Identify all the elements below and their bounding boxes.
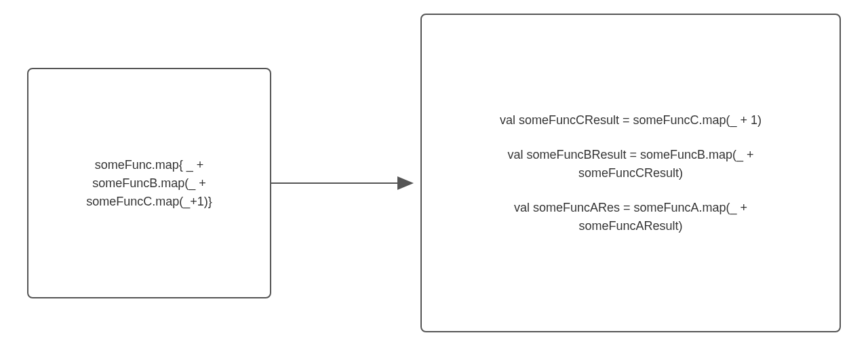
code-line: val someFuncARes = someFuncA.map(_ + (514, 199, 747, 217)
code-line: someFuncC.map(_+1)} (86, 193, 212, 211)
code-block-2: val someFuncBResult = someFuncB.map(_ + … (507, 146, 753, 182)
diagram-container: someFunc.map{ _ + someFuncB.map(_ + some… (0, 0, 868, 350)
code-line: someFuncAResult) (514, 217, 747, 235)
code-line: someFunc.map{ _ + (86, 156, 212, 174)
right-code-box: val someFuncCResult = someFuncC.map(_ + … (420, 14, 841, 332)
code-line: someFuncCResult) (507, 164, 753, 182)
left-code-content: someFunc.map{ _ + someFuncB.map(_ + some… (86, 156, 212, 211)
arrow-icon (271, 176, 420, 190)
code-block-3: val someFuncARes = someFuncA.map(_ + som… (514, 199, 747, 235)
code-block-1: val someFuncCResult = someFuncC.map(_ + … (500, 111, 762, 130)
code-line: val someFuncCResult = someFuncC.map(_ + … (500, 111, 762, 130)
code-line: someFuncB.map(_ + (86, 174, 212, 193)
code-line: val someFuncBResult = someFuncB.map(_ + (507, 146, 753, 164)
left-code-box: someFunc.map{ _ + someFuncB.map(_ + some… (27, 68, 271, 298)
